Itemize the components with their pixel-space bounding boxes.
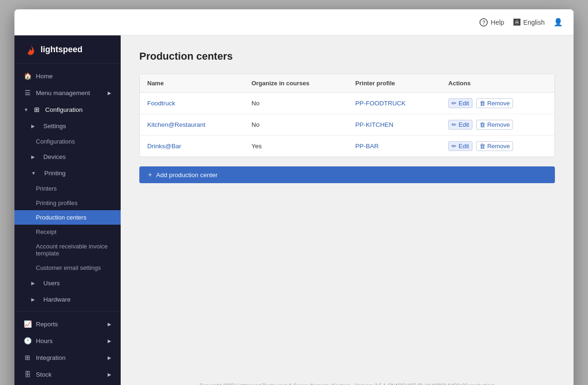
logo-icon (24, 43, 37, 56)
row-2-actions-cell: ✏ Edit 🗑 Remove (448, 120, 547, 130)
foodtruck-link[interactable]: Foodtruck (147, 100, 175, 107)
remove-label: Remove (487, 143, 510, 150)
stock-icon: 🗄 (24, 371, 31, 378)
sidebar-item-settings[interactable]: ▶ Settings (14, 118, 121, 134)
chevron-right-icon: ▶ (31, 124, 35, 129)
chevron-right-icon: ▶ (108, 338, 111, 344)
remove-label: Remove (487, 121, 510, 128)
language-selector[interactable]: 🅰 English (513, 18, 545, 26)
sidebar-item-reports[interactable]: 📈 Reports ▶ (14, 316, 121, 332)
add-production-center-button[interactable]: ＋ Add production center (139, 166, 555, 183)
logo-text: lightspeed (41, 45, 82, 55)
reports-icon: 📈 (24, 320, 31, 328)
row-3-actions-cell: ✏ Edit 🗑 Remove (448, 141, 547, 151)
row-2-organize: No (244, 114, 348, 136)
row-3-edit-button[interactable]: ✏ Edit (448, 141, 472, 151)
data-table: Name Organize in courses Printer profile… (140, 74, 554, 157)
menu-icon: ☰ (24, 89, 31, 96)
row-1-name: Foodtruck (140, 93, 244, 114)
row-2-name: Kitchen@Restaurant (140, 114, 244, 136)
pp-bar-link[interactable]: PP-BAR (356, 143, 379, 150)
edit-label: Edit (458, 100, 469, 107)
user-icon: 👤 (554, 18, 562, 27)
sidebar-nav: 🏠 Home ☰ Menu management ▶ ▼ ⊞ Configura… (14, 64, 121, 385)
row-3-actions: ✏ Edit 🗑 Remove (441, 136, 554, 157)
row-2-actions: ✏ Edit 🗑 Remove (441, 114, 554, 136)
row-2-remove-button[interactable]: 🗑 Remove (476, 120, 513, 130)
remove-label: Remove (487, 100, 510, 107)
row-3-remove-button[interactable]: 🗑 Remove (476, 141, 513, 151)
production-centers-label: Production centers (36, 214, 86, 221)
edit-label: Edit (458, 121, 469, 128)
edit-icon: ✏ (451, 100, 457, 107)
printers-label: Printers (36, 185, 57, 192)
footer: Copyright 2022 Lightspeed Restaurant K S… (139, 364, 555, 385)
topbar: ? Help 🅰 English 👤 (14, 9, 574, 35)
sidebar-item-account-receivable[interactable]: Account receivable invoice template (14, 239, 121, 261)
row-3-name: Drinks@Bar (140, 136, 244, 157)
sidebar-item-integration[interactable]: ⊞ Integration ▶ (14, 349, 121, 366)
col-header-organize: Organize in courses (244, 74, 348, 93)
sidebar-item-customer-email[interactable]: Customer email settings (14, 261, 121, 275)
sidebar-item-home[interactable]: 🏠 Home (14, 68, 121, 84)
configurations-label: Configurations (36, 138, 75, 145)
sidebar-item-hours[interactable]: 🕐 Hours ▶ (14, 332, 121, 349)
kitchen-link[interactable]: Kitchen@Restaurant (147, 121, 205, 128)
row-2-edit-button[interactable]: ✏ Edit (448, 120, 472, 130)
row-2-printer: PP-KITCHEN (348, 114, 441, 136)
customer-email-label: Customer email settings (36, 264, 101, 271)
language-label: English (523, 19, 545, 26)
settings-label: Settings (43, 123, 66, 130)
edit-icon: ✏ (451, 143, 457, 150)
row-3-printer: PP-BAR (348, 136, 441, 157)
sidebar-item-stock[interactable]: 🗄 Stock ▶ (14, 366, 121, 383)
chevron-right-icon: ▶ (108, 372, 111, 377)
sidebar-item-devices[interactable]: ▶ Devices (14, 149, 121, 165)
logo: lightspeed (14, 35, 121, 64)
help-icon: ? (479, 18, 488, 27)
sidebar-item-users[interactable]: ▶ Users (14, 275, 121, 291)
chevron-down-icon: ▼ (31, 171, 36, 176)
help-button[interactable]: ? Help (479, 18, 504, 27)
edit-label: Edit (458, 143, 469, 150)
row-1-actions: ✏ Edit 🗑 Remove (441, 93, 554, 114)
printing-profiles-label: Printing profiles (36, 199, 78, 206)
hours-label: Hours (36, 337, 53, 344)
config-icon: ⊞ (33, 106, 41, 113)
add-button-label: Add production center (156, 172, 218, 179)
sidebar-item-receipt[interactable]: Receipt (14, 225, 121, 239)
sidebar-item-hardware[interactable]: ▶ Hardware (14, 291, 121, 308)
pp-kitchen-link[interactable]: PP-KITCHEN (356, 121, 394, 128)
table-row: Kitchen@Restaurant No PP-KITCHEN ✏ (140, 114, 554, 136)
sidebar-item-printers[interactable]: Printers (14, 181, 121, 196)
configuration-section: ▼ ⊞ Configuration ▶ Settings Configurati… (14, 101, 121, 308)
account-receivable-label: Account receivable invoice template (36, 243, 111, 257)
hours-icon: 🕐 (24, 337, 31, 344)
menu-management-label: Menu management (36, 89, 90, 96)
language-icon: 🅰 (513, 18, 520, 26)
row-1-edit-button[interactable]: ✏ Edit (448, 98, 472, 108)
sidebar-item-configuration[interactable]: ▼ ⊞ Configuration (14, 101, 121, 118)
sidebar-item-configurations[interactable]: Configurations (14, 134, 121, 149)
sidebar-item-customers[interactable]: 👥 Customers ▶ (14, 383, 121, 385)
col-header-name: Name (140, 74, 244, 93)
hardware-label: Hardware (43, 296, 71, 303)
integration-icon: ⊞ (24, 354, 31, 361)
drinks-link[interactable]: Drinks@Bar (147, 143, 181, 150)
chevron-right-icon: ▶ (31, 281, 35, 286)
plus-icon: ＋ (147, 171, 153, 179)
sidebar-item-menu-management[interactable]: ☰ Menu management ▶ (14, 84, 121, 101)
devices-label: Devices (43, 153, 66, 160)
sidebar-item-printing-profiles[interactable]: Printing profiles (14, 196, 121, 210)
configuration-label: Configuration (45, 106, 82, 113)
production-centers-table: Name Organize in courses Printer profile… (139, 74, 555, 157)
sidebar-item-printing[interactable]: ▼ Printing (14, 165, 121, 181)
sidebar-item-production-centers[interactable]: Production centers (14, 210, 121, 225)
page-title: Production centers (139, 50, 555, 62)
pp-foodtruck-link[interactable]: PP-FOODTRUCK (356, 100, 406, 107)
chevron-right-icon: ▶ (31, 297, 35, 302)
reports-label: Reports (36, 321, 58, 328)
row-1-printer: PP-FOODTRUCK (348, 93, 441, 114)
user-menu[interactable]: 👤 (554, 18, 562, 27)
row-1-remove-button[interactable]: 🗑 Remove (476, 98, 513, 108)
